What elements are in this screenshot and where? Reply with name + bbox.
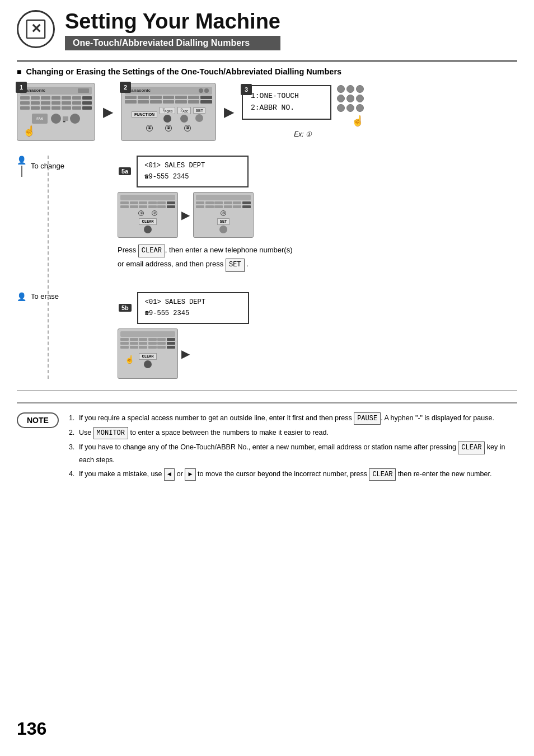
step-2-box: 2 Panasonic — [121, 83, 216, 141]
vertical-divider — [48, 156, 49, 379]
clear-key-1[interactable]: CLEAR — [138, 245, 165, 258]
step-1-box: 1 Panasonic — [17, 83, 95, 141]
set-device: ③ SET — [193, 192, 254, 238]
note-item-1: If you require a special access number t… — [69, 412, 517, 425]
monitor-key[interactable]: MONITOR — [93, 427, 128, 439]
substep-5b-header: 👤 To erase 5b <01> SALES DEPT ☎9-555 234… — [17, 292, 517, 324]
substep-5a: 👤 To change 5a <01> SALES DEPT ☎9-555 23… — [17, 156, 517, 272]
step-1-num: 1 — [16, 82, 27, 93]
steps-row: 1 Panasonic — [17, 83, 517, 141]
pause-key[interactable]: PAUSE — [354, 412, 381, 425]
asterisk-icon: ✕ — [26, 19, 46, 39]
set-button[interactable]: SET — [217, 218, 230, 233]
right-arrow-key[interactable]: ► — [185, 468, 195, 481]
substep-5b-lcd-line1: <01> SALES DEPT — [145, 297, 241, 308]
to-erase-icon: 👤 — [17, 292, 26, 301]
clear-label-1: CLEAR — [139, 218, 156, 225]
note-section: NOTE If you require a special access num… — [17, 402, 517, 483]
substep-5a-lcd-line1: <01> SALES DEPT — [144, 160, 241, 171]
substep-5a-devices: ① ② CLEAR ▶ — [17, 192, 517, 238]
section-divider — [17, 390, 517, 391]
to-erase-text: To erase — [31, 292, 59, 300]
note-item-4: If you make a mistake, use ◄ or ► to mov… — [69, 468, 517, 481]
note-item-3: If you have to change any of the One-Tou… — [69, 442, 517, 466]
arrow-1-2: ▶ — [103, 104, 113, 120]
step-3-box: 3 1:ONE-TOUCH 2:ABBR NO. — [242, 85, 364, 138]
clear-key-note4[interactable]: CLEAR — [369, 468, 396, 481]
arrow-5b: ▶ — [181, 347, 190, 360]
substep-5b-num: 5b — [119, 304, 132, 312]
step-3-ex: Ex: ① — [294, 130, 312, 138]
to-change-icon: 👤 — [17, 156, 26, 177]
substep-5a-instruction: Press CLEAR, then enter a new telephone … — [17, 243, 517, 272]
clear-button-5b[interactable]: CLEAR — [139, 353, 156, 368]
step-3-display-line1: 1:ONE-TOUCH — [251, 91, 322, 102]
clear-device-5b: ☝ CLEAR — [118, 328, 178, 379]
svg-text:✕: ✕ — [31, 21, 41, 36]
clear-label-5b: CLEAR — [139, 353, 156, 360]
page-subtitle: One-Touch/Abbreviated Dialling Numbers — [65, 36, 280, 50]
substep-5a-num: 5a — [119, 167, 131, 175]
page-title: Setting Your Machine — [65, 10, 280, 34]
set-key[interactable]: SET — [226, 259, 245, 272]
clear-key-note3[interactable]: CLEAR — [458, 442, 485, 454]
arrow-5a: ▶ — [181, 208, 190, 222]
clear-device-1: ① ② CLEAR — [118, 192, 178, 238]
header: ✕ Setting Your Machine One-Touch/Abbrevi… — [0, 0, 534, 50]
step-3-num: 3 — [241, 84, 252, 95]
substep-5a-header: 👤 To change 5a <01> SALES DEPT ☎9-555 23… — [17, 156, 517, 187]
note-item-2: Use MONITOR to enter a space between the… — [69, 427, 517, 439]
substep-5a-lcd-line2: ☎9-555 2345 — [144, 171, 241, 182]
left-arrow-key[interactable]: ◄ — [164, 468, 175, 481]
step-1-device: Panasonic — [17, 83, 95, 141]
substep-5a-lcd: <01> SALES DEPT ☎9-555 2345 — [137, 156, 249, 187]
page: ✕ Setting Your Machine One-Touch/Abbrevi… — [0, 0, 534, 756]
substep-5b: 👤 To erase 5b <01> SALES DEPT ☎9-555 234… — [17, 292, 517, 379]
step-3-keypad: ☝ — [337, 85, 364, 127]
to-change-label-area: 👤 To change — [17, 156, 90, 177]
arrow-2-3: ▶ — [224, 104, 234, 120]
section-heading: Changing or Erasing the Settings of the … — [17, 60, 517, 76]
note-list: If you require a special access number t… — [69, 412, 517, 483]
step-3-display-line2: 2:ABBR NO. — [251, 102, 322, 114]
to-erase-label-area: 👤 To erase — [17, 292, 90, 301]
instruction-line2: or email address, and then press SET . — [118, 257, 517, 272]
substep-5b-lcd: <01> SALES DEPT ☎9-555 2345 — [137, 292, 249, 324]
page-number: 136 — [17, 719, 46, 739]
step-3-display: 1:ONE-TOUCH 2:ABBR NO. — [242, 85, 331, 120]
header-icon-box: ✕ — [17, 10, 55, 48]
substep-5a-content-header: 5a <01> SALES DEPT ☎9-555 2345 — [96, 156, 249, 187]
substep-5b-lcd-line2: ☎9-555 2345 — [145, 308, 241, 319]
step-2-device: Panasonic — [121, 83, 216, 141]
header-text: Setting Your Machine One-Touch/Abbreviat… — [65, 10, 280, 50]
substep-5b-content-header: 5b <01> SALES DEPT ☎9-555 2345 — [96, 292, 249, 324]
set-label: SET — [217, 218, 230, 225]
substep-5b-devices: ☝ CLEAR ▶ — [17, 328, 517, 379]
substeps-container: 👤 To change 5a <01> SALES DEPT ☎9-555 23… — [17, 156, 517, 379]
instruction-line1: Press CLEAR, then enter a new telephone … — [118, 243, 517, 258]
main-content: 1 Panasonic — [0, 83, 534, 379]
clear-button-1[interactable]: CLEAR — [139, 218, 156, 233]
note-badge: NOTE — [17, 412, 59, 428]
step-2-num: 2 — [120, 82, 131, 93]
